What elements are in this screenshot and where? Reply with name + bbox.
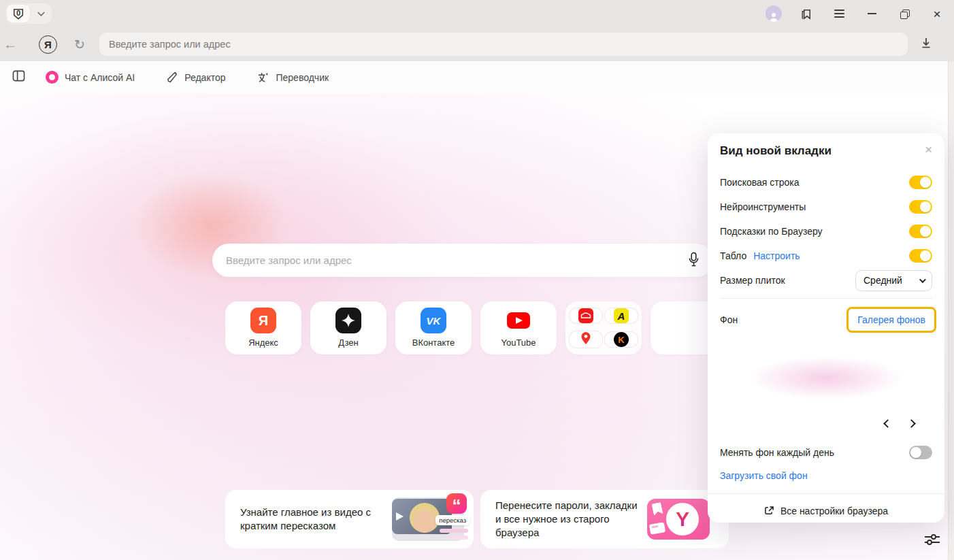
promo-cards: Узнайте главное из видео с кратким перес…: [225, 490, 729, 548]
bookmark-translator[interactable]: Переводчик: [257, 71, 329, 84]
folder-mini-auto[interactable]: [570, 308, 602, 323]
tableau-configure-link[interactable]: Настроить: [753, 250, 800, 261]
setting-row-tile-size: Размер плиток Средний: [720, 268, 932, 293]
browser-logo-circle: Y: [666, 503, 699, 536]
toggle-tableau[interactable]: [909, 249, 932, 263]
all-browser-settings-link[interactable]: Все настройки браузера: [780, 506, 888, 516]
bookmark-editor[interactable]: Редактор: [166, 71, 225, 84]
restore-button[interactable]: [896, 5, 912, 22]
tab-list-chevron-button[interactable]: [30, 5, 50, 22]
address-input[interactable]: [109, 39, 898, 50]
kinopoisk-icon: K: [614, 332, 629, 347]
back-button[interactable]: ←: [0, 37, 20, 52]
reload-button[interactable]: ↻: [69, 37, 90, 52]
tile-yandex[interactable]: Я Яндекс: [225, 301, 301, 355]
setting-row-daily-background: Менять фон каждый день: [720, 440, 932, 465]
external-link-icon: [764, 506, 774, 516]
main-search-input[interactable]: [226, 254, 688, 266]
tab-counter-badge: 0: [12, 7, 24, 20]
microphone-icon: [688, 252, 700, 267]
gallery-callout-highlight: Галерея фонов: [846, 307, 936, 333]
titlebar-controls: ×: [766, 0, 945, 27]
translate-icon: [257, 71, 269, 84]
minimize-button[interactable]: [863, 5, 880, 22]
toggle-daily-background[interactable]: [909, 446, 932, 459]
sidebar-toggle-button[interactable]: [12, 70, 25, 84]
tile-youtube[interactable]: YouTube: [480, 301, 557, 355]
page-scrollbar[interactable]: [948, 61, 954, 560]
video-summary-illustration: “ пересказ: [392, 497, 464, 541]
folder-mini-kinopoisk[interactable]: K: [605, 332, 638, 347]
bookmark-label: Переводчик: [276, 72, 329, 83]
text-line-decor: [440, 529, 468, 533]
restore-icon: [900, 10, 908, 18]
toggle-knob: [920, 250, 931, 261]
play-icon: [396, 512, 404, 521]
tile-vkontakte[interactable]: VK ВКонтакте: [395, 301, 472, 355]
youtube-icon: [506, 308, 531, 333]
profile-avatar[interactable]: [766, 5, 782, 22]
sidebar-icon: [12, 70, 25, 82]
avito-like-icon: A: [614, 308, 629, 323]
promo-card-import-data[interactable]: Перенесите пароли, закладки и все нужное…: [480, 490, 729, 548]
panel-title: Вид новой вкладки: [720, 144, 832, 158]
map-pin-icon: [580, 331, 591, 348]
car-icon: [578, 308, 593, 323]
menu-button[interactable]: [831, 5, 847, 22]
bookmarks-bar: Чат с Алисой AI Редактор Переводчик: [0, 61, 954, 93]
promo-card-video-summary[interactable]: Узнайте главное из видео с кратким перес…: [225, 490, 474, 548]
quote-badge-icon: “: [446, 493, 467, 514]
vk-icon: VK: [421, 308, 446, 333]
bookmarks-panel-button[interactable]: [798, 5, 815, 22]
browser-window: 0 × ← Я ↻: [0, 0, 954, 560]
close-icon: ×: [933, 7, 940, 20]
chevron-down-icon: [37, 9, 45, 16]
tableau-tiles: Я Яндекс Дзен VK ВКонтакте YouTube: [225, 301, 727, 355]
close-button[interactable]: ×: [929, 5, 945, 22]
person-icon: [768, 12, 779, 22]
pencil-icon: [166, 71, 178, 84]
prev-background-button chevron-left-icon[interactable]: [883, 419, 892, 428]
tile-folder-group[interactable]: A K: [565, 301, 642, 355]
tile-dzen[interactable]: Дзен: [310, 301, 386, 355]
new-tab-page: Я Яндекс Дзен VK ВКонтакте YouTube: [0, 93, 954, 560]
tile-size-dropdown[interactable]: Средний: [855, 270, 932, 291]
next-background-button chevron-right-icon[interactable]: [907, 419, 916, 428]
bookmark-label: Редактор: [184, 72, 225, 83]
folder-mini-maps[interactable]: [570, 331, 602, 348]
page-settings-button[interactable]: [923, 531, 941, 550]
divider: [720, 298, 932, 299]
panel-close-button[interactable]: ×: [925, 143, 932, 156]
address-bar[interactable]: [99, 33, 908, 56]
address-row: ← Я ↻: [0, 27, 954, 61]
setting-row-background: Фон Галерея фонов: [720, 304, 932, 335]
toggle-knob: [910, 447, 921, 458]
download-icon: [920, 37, 932, 49]
dropdown-value: Средний: [863, 275, 902, 286]
bookmark-alice-chat[interactable]: Чат с Алисой AI: [46, 71, 135, 84]
toggle-search-bar[interactable]: [909, 176, 932, 189]
summary-badge: пересказ: [435, 515, 470, 525]
new-tab-settings-panel: Вид новой вкладки × Поисковая строка Ней…: [708, 133, 944, 523]
main-search-bar[interactable]: [212, 244, 713, 277]
background-gallery-link[interactable]: Галерея фонов: [857, 314, 925, 325]
yandex-logo-button[interactable]: Я: [39, 35, 57, 54]
toggle-browser-tips[interactable]: [909, 225, 932, 238]
tab-group: 0: [5, 3, 52, 24]
voice-search-button[interactable]: [688, 252, 700, 269]
downloads-button[interactable]: [920, 37, 932, 52]
alice-icon: [46, 71, 59, 84]
toggle-neuro-tools[interactable]: [909, 200, 932, 214]
bookmark-label: Чат с Алисой AI: [65, 72, 135, 83]
dzen-star-icon: [335, 308, 361, 333]
background-preview[interactable]: [717, 338, 935, 414]
setting-row-tableau: Табло Настроить: [720, 244, 932, 268]
upload-background-link[interactable]: Загрузить свой фон: [720, 470, 808, 481]
active-tab[interactable]: 0: [7, 5, 30, 22]
toggle-knob: [920, 201, 931, 212]
toggle-knob: [920, 177, 931, 188]
minimize-icon: [868, 13, 876, 14]
panel-footer[interactable]: Все настройки браузера: [708, 493, 944, 527]
toggle-knob: [920, 226, 931, 237]
folder-mini-avito[interactable]: A: [605, 308, 638, 323]
